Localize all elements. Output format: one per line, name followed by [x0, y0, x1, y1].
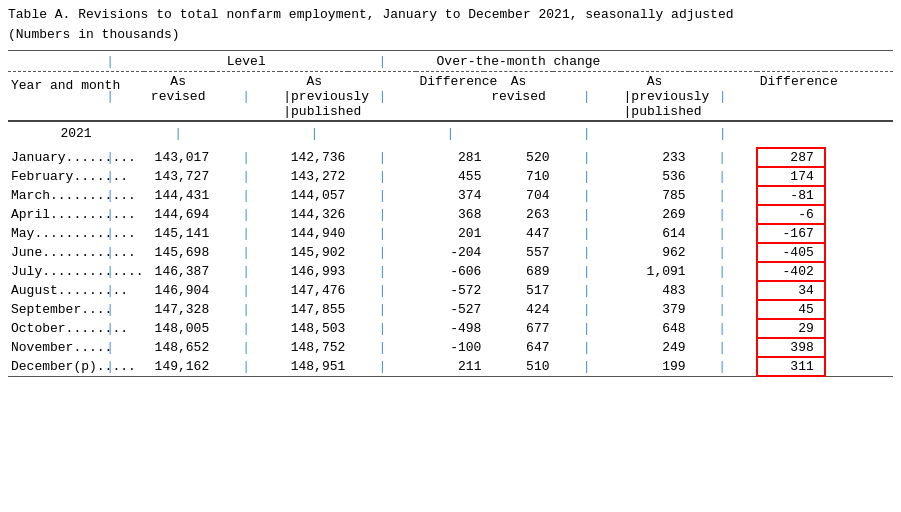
lev-diff: -606 [416, 262, 484, 281]
otm-diff-highlighted: -402 [757, 262, 825, 281]
year-row: 2021 | | | | | [8, 123, 893, 144]
pipe-e: | [689, 281, 757, 300]
month-cell: July............. [8, 262, 76, 281]
pipe-d: | [553, 338, 621, 357]
lev-diff: 455 [416, 167, 484, 186]
month-cell: April........... [8, 205, 76, 224]
as-prev-pub-header-lev: As|previously|published [280, 73, 348, 121]
pipe-b: | [212, 357, 280, 376]
lev-prev-pub: 143,272 [280, 167, 348, 186]
pipe-b: | [212, 205, 280, 224]
lev-revised: 145,141 [144, 224, 212, 243]
month-cell: October........ [8, 319, 76, 338]
otm-revised: 424 [484, 300, 552, 319]
pipe10: | [280, 123, 348, 144]
pipe1: | [76, 53, 144, 72]
pipe-d: | [553, 319, 621, 338]
lev-revised: 143,727 [144, 167, 212, 186]
lev-revised: 144,694 [144, 205, 212, 224]
year-label: 2021 [8, 123, 144, 144]
otm-revised: 263 [484, 205, 552, 224]
otm-diff-highlighted: 45 [757, 300, 825, 319]
otm-revised: 447 [484, 224, 552, 243]
lev-prev-pub: 144,940 [280, 224, 348, 243]
pipe-c: | [348, 300, 416, 319]
lev-diff: -572 [416, 281, 484, 300]
pipe3 [621, 53, 689, 72]
lev-diff: 281 [416, 148, 484, 167]
pipe-b: | [212, 262, 280, 281]
lev-revised: 144,431 [144, 186, 212, 205]
lev-prev-pub: 147,855 [280, 300, 348, 319]
pipe-e: | [689, 186, 757, 205]
as-revised-header-lev: Asrevised [144, 73, 212, 121]
otm-prev-pub: 269 [621, 205, 689, 224]
pipe-b: | [212, 167, 280, 186]
otm-diff-highlighted: -405 [757, 243, 825, 262]
page-wrapper: Table A. Revisions to total nonfarm empl… [8, 6, 893, 378]
pipe-c: | [348, 281, 416, 300]
otm-revised: 517 [484, 281, 552, 300]
pipe-c: | [348, 338, 416, 357]
pipe-c: | [348, 148, 416, 167]
pipe-b: | [212, 281, 280, 300]
pipe-d: | [553, 300, 621, 319]
pipe9: | [144, 123, 212, 144]
otm-prev-pub: 962 [621, 243, 689, 262]
pipe-c: | [348, 319, 416, 338]
month-cell: August......... [8, 281, 76, 300]
table-row: June............ | 145,698 | 145,902 | -… [8, 243, 893, 262]
table-row: March........... | 144,431 | 144,057 | 3… [8, 186, 893, 205]
pipe-e: | [689, 224, 757, 243]
pipe-d: | [553, 167, 621, 186]
pipe-e: | [689, 243, 757, 262]
otm-prev-pub: 249 [621, 338, 689, 357]
pipe-d: | [553, 243, 621, 262]
pipe-d: | [553, 357, 621, 376]
otm-diff-highlighted: 34 [757, 281, 825, 300]
bottom-divider-row [8, 376, 893, 378]
table-row: July............. | 146,387 | 146,993 | … [8, 262, 893, 281]
lev-revised: 149,162 [144, 357, 212, 376]
pipe-b: | [212, 186, 280, 205]
otm-revised: 557 [484, 243, 552, 262]
lev-diff: -498 [416, 319, 484, 338]
otm-diff-highlighted: -167 [757, 224, 825, 243]
month-cell: December(p)..... [8, 357, 76, 376]
otm-diff-highlighted: 29 [757, 319, 825, 338]
pipe-c: | [348, 186, 416, 205]
otm-revised: 520 [484, 148, 552, 167]
group-header-row: | Level | Over-the-month change [8, 53, 893, 72]
lev-prev-pub: 147,476 [280, 281, 348, 300]
pipe7: | [553, 73, 621, 121]
lev-prev-pub: 148,503 [280, 319, 348, 338]
pipe-e: | [689, 167, 757, 186]
pipe-d: | [553, 262, 621, 281]
as-prev-pub-header-otm: As|previously|published [621, 73, 689, 121]
otm-prev-pub: 379 [621, 300, 689, 319]
otm-diff-highlighted: 311 [757, 357, 825, 376]
otm-prev-pub: 536 [621, 167, 689, 186]
table-row: September.... | 147,328 | 147,855 | -527… [8, 300, 893, 319]
pipe-e: | [689, 338, 757, 357]
lev-diff: -100 [416, 338, 484, 357]
month-cell: June............ [8, 243, 76, 262]
pipe2: | [348, 53, 416, 72]
lev-revised: 143,017 [144, 148, 212, 167]
otm-prev-pub: 199 [621, 357, 689, 376]
difference-header-lev: Difference [416, 73, 484, 121]
pipe-b: | [212, 243, 280, 262]
lev-revised: 148,652 [144, 338, 212, 357]
pipe-c: | [348, 224, 416, 243]
lev-diff: 374 [416, 186, 484, 205]
sub-header-row1: Year and month | Asrevised | As|previous… [8, 73, 893, 121]
pipe5: | [212, 73, 280, 121]
otm-diff-highlighted: -81 [757, 186, 825, 205]
month-cell: March........... [8, 186, 76, 205]
table-row: August......... | 146,904 | 147,476 | -5… [8, 281, 893, 300]
lev-diff: 201 [416, 224, 484, 243]
month-cell: May............. [8, 224, 76, 243]
lev-revised: 146,904 [144, 281, 212, 300]
lev-prev-pub: 148,752 [280, 338, 348, 357]
lev-diff: -204 [416, 243, 484, 262]
